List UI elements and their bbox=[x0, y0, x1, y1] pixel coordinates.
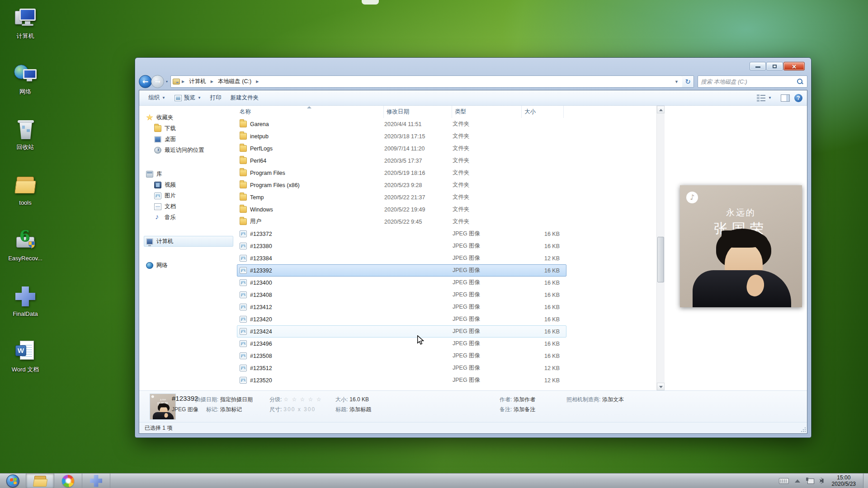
history-dropdown-icon[interactable]: ▾ bbox=[166, 80, 168, 84]
breadcrumb-computer[interactable]: 计算机 bbox=[186, 76, 209, 87]
sidebar-item[interactable]: 图片 bbox=[152, 190, 233, 201]
table-row[interactable]: #123400 JPEG 图像 16 KB bbox=[237, 277, 566, 289]
column-headers: 名称 修改日期 类型 大小 bbox=[233, 106, 656, 118]
sidebar-item[interactable]: 库 bbox=[144, 169, 233, 179]
start-button[interactable] bbox=[0, 474, 26, 488]
table-row[interactable]: #123520 JPEG 图像 12 KB bbox=[237, 374, 566, 386]
portrait-body bbox=[693, 270, 791, 307]
table-row[interactable]: 用户 2020/5/22 9:45 文件夹 bbox=[237, 216, 566, 228]
table-row[interactable]: #123508 JPEG 图像 16 KB bbox=[237, 350, 566, 362]
network-tray-icon[interactable] bbox=[806, 478, 814, 484]
table-row[interactable]: #123512 JPEG 图像 12 KB bbox=[237, 362, 566, 374]
desktop-icon[interactable]: 网络 bbox=[0, 62, 51, 95]
detail-value[interactable]: 添加标记 bbox=[220, 406, 242, 413]
file-date-modified: 2020/5/22 21:37 bbox=[384, 194, 453, 201]
forward-button[interactable]: → bbox=[151, 75, 164, 88]
file-type-icon bbox=[240, 328, 247, 335]
table-row[interactable]: inetpub 2020/3/18 17:15 文件夹 bbox=[237, 130, 566, 142]
search-icon[interactable] bbox=[797, 78, 803, 85]
preview-pane-toggle-icon[interactable] bbox=[781, 94, 790, 102]
help-icon[interactable] bbox=[794, 94, 802, 102]
show-desktop-button[interactable] bbox=[863, 474, 868, 488]
breadcrumb-local-disk-c[interactable]: 本地磁盘 (C:) bbox=[215, 76, 254, 87]
table-row[interactable]: #123496 JPEG 图像 16 KB bbox=[237, 338, 566, 350]
sidebar-item[interactable]: 收藏夹 bbox=[144, 112, 233, 123]
desktop-icon[interactable]: FinalData bbox=[0, 284, 51, 317]
address-dropdown-icon[interactable]: ▼ bbox=[673, 80, 680, 84]
file-type-icon bbox=[240, 279, 247, 286]
search-input[interactable] bbox=[698, 79, 797, 85]
show-hidden-icons-icon[interactable] bbox=[795, 479, 800, 483]
refresh-button[interactable]: ↻ bbox=[682, 75, 694, 88]
table-row[interactable]: Program Files (x86) 2020/5/23 9:28 文件夹 bbox=[237, 179, 566, 191]
volume-tray-icon[interactable] bbox=[820, 478, 823, 484]
table-row[interactable]: Temp 2020/5/22 21:37 文件夹 bbox=[237, 191, 566, 203]
detail-value[interactable]: 添加文本 bbox=[602, 396, 624, 404]
table-row[interactable]: Garena 2020/4/4 11:51 文件夹 bbox=[237, 118, 566, 130]
address-bar[interactable]: ▶ 计算机 ▶ 本地磁盘 (C:) ▶ ▼ bbox=[170, 75, 683, 88]
minimize-button[interactable] bbox=[750, 62, 766, 70]
change-view-button[interactable]: ▼ bbox=[752, 92, 776, 104]
vertical-scrollbar[interactable] bbox=[656, 106, 665, 390]
new-folder-button[interactable]: 新建文件夹 bbox=[226, 92, 264, 104]
taskbar-browser-button[interactable] bbox=[54, 474, 82, 488]
column-header-type[interactable]: 类型 bbox=[452, 106, 522, 118]
table-row[interactable]: Windows 2020/5/22 19:49 文件夹 bbox=[237, 203, 566, 216]
detail-value[interactable]: 添加标题 bbox=[349, 406, 371, 413]
taskbar-explorer-button[interactable] bbox=[26, 474, 54, 488]
table-row[interactable]: Program Files 2020/5/19 18:16 文件夹 bbox=[237, 167, 566, 179]
scroll-down-button[interactable] bbox=[657, 383, 665, 390]
table-row[interactable]: #123408 JPEG 图像 16 KB bbox=[237, 289, 566, 301]
resize-grip[interactable] bbox=[800, 427, 806, 432]
sidebar-item[interactable]: 音乐 bbox=[152, 212, 233, 223]
table-row[interactable]: PerfLogs 2009/7/14 11:20 文件夹 bbox=[237, 142, 566, 155]
desktop-icon[interactable]: Word 文档 bbox=[0, 340, 51, 373]
scroll-up-button[interactable] bbox=[657, 106, 665, 113]
detail-value[interactable]: 添加备注 bbox=[514, 406, 535, 413]
column-header-size[interactable]: 大小 bbox=[522, 106, 564, 118]
detail-value[interactable]: 指定拍摄日期 bbox=[220, 396, 253, 404]
desktop-icon[interactable]: 回收站 bbox=[0, 117, 51, 150]
close-button[interactable] bbox=[783, 62, 805, 70]
sidebar-item[interactable]: 计算机 bbox=[144, 236, 233, 247]
taskbar-clock[interactable]: 15:00 2020/5/23 bbox=[829, 474, 859, 487]
sidebar-item[interactable]: 桌面 bbox=[152, 134, 233, 145]
table-row[interactable]: #123380 JPEG 图像 16 KB bbox=[237, 240, 566, 252]
back-button[interactable]: ← bbox=[139, 75, 152, 88]
detail-value[interactable]: 添加作者 bbox=[514, 396, 535, 404]
table-row[interactable]: #123420 JPEG 图像 16 KB bbox=[237, 313, 566, 325]
detail-label: 拍摄日期: bbox=[190, 396, 218, 404]
table-row[interactable]: #123392 JPEG 图像 16 KB bbox=[237, 264, 566, 277]
organize-button[interactable]: 组织 ▼ bbox=[144, 92, 170, 104]
print-button[interactable]: 打印 bbox=[206, 92, 226, 104]
file-type-icon bbox=[240, 145, 247, 152]
maximize-button[interactable] bbox=[766, 62, 783, 70]
file-size: 12 KB bbox=[522, 377, 564, 384]
sidebar-item-icon bbox=[154, 192, 161, 199]
detail-value[interactable]: 300 x 300 bbox=[283, 406, 316, 413]
table-row[interactable]: #123372 JPEG 图像 16 KB bbox=[237, 228, 566, 240]
detail-value[interactable]: 16.0 KB bbox=[349, 396, 369, 403]
sidebar-item[interactable]: 文档 bbox=[152, 201, 233, 212]
sidebar-item-label: 桌面 bbox=[165, 136, 176, 143]
taskbar-finaldata-button[interactable] bbox=[82, 474, 110, 488]
desktop-icon[interactable]: tools bbox=[0, 173, 51, 206]
print-label: 打印 bbox=[210, 94, 222, 102]
table-row[interactable]: Perl64 2020/3/5 17:37 文件夹 bbox=[237, 155, 566, 167]
sidebar-item[interactable]: 最近访问的位置 bbox=[152, 145, 233, 155]
keyboard-tray-icon[interactable] bbox=[779, 478, 789, 484]
desktop-icon[interactable]: 计算机 bbox=[0, 6, 51, 39]
sidebar-item[interactable]: 下载 bbox=[152, 123, 233, 134]
scrollbar-thumb[interactable] bbox=[657, 237, 664, 282]
column-header-extra bbox=[564, 106, 656, 118]
sidebar-item[interactable]: 视频 bbox=[152, 179, 233, 190]
preview-button[interactable]: 预览 ▼ bbox=[170, 92, 206, 104]
table-row[interactable]: #123384 JPEG 图像 12 KB bbox=[237, 252, 566, 264]
column-header-date[interactable]: 修改日期 bbox=[384, 106, 452, 118]
table-row[interactable]: #123424 JPEG 图像 16 KB bbox=[237, 325, 566, 338]
table-row[interactable]: #123412 JPEG 图像 16 KB bbox=[237, 301, 566, 313]
sidebar-item[interactable]: 网络 bbox=[144, 260, 233, 271]
window-titlebar[interactable] bbox=[139, 58, 807, 73]
detail-value[interactable]: ☆ ☆ ☆ ☆ ☆ bbox=[283, 396, 322, 403]
desktop-icon[interactable]: EasyRecov... bbox=[0, 229, 51, 262]
